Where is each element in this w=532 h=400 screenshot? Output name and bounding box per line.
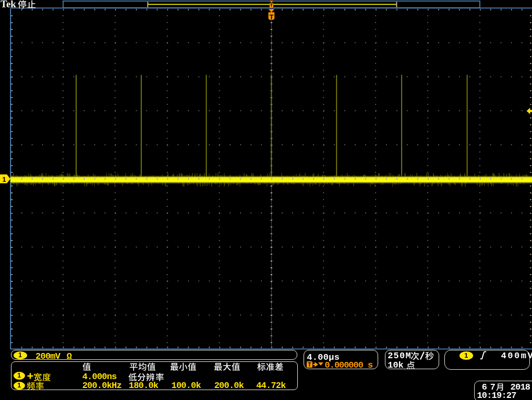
svg-text:T: T bbox=[270, 2, 273, 8]
svg-text:1: 1 bbox=[2, 175, 6, 183]
svg-text:T: T bbox=[269, 13, 274, 21]
